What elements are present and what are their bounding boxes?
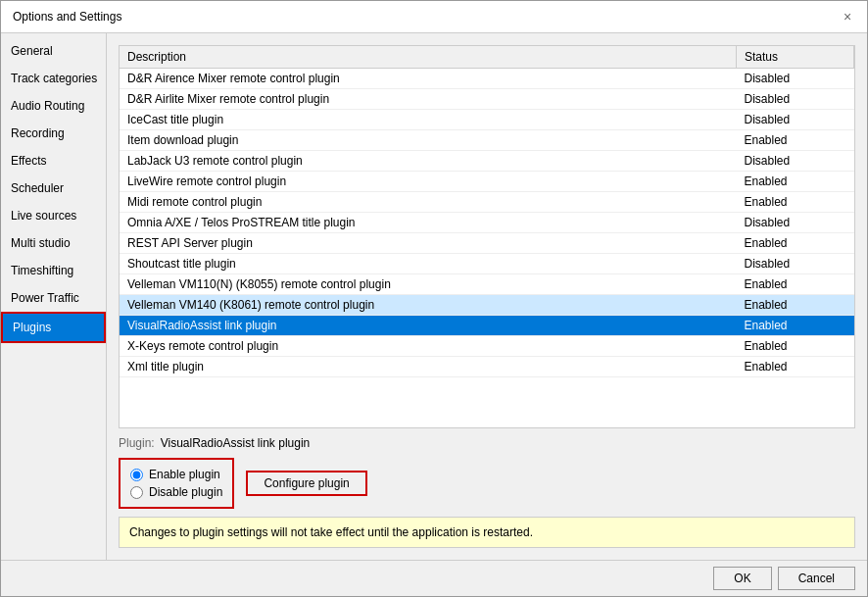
- plugins-table-area: Description Status D&R Airence Mixer rem…: [119, 45, 855, 428]
- radio-group: Enable plugin Disable plugin: [130, 468, 222, 499]
- plugin-description-cell: D&R Airence Mixer remote control plugin: [120, 69, 737, 89]
- enable-plugin-radio[interactable]: Enable plugin: [130, 468, 222, 481]
- plugin-description-cell: X-Keys remote control plugin: [120, 336, 737, 357]
- plugin-description-cell: IceCast title plugin: [120, 110, 737, 130]
- sidebar-item-effects[interactable]: Effects: [1, 147, 106, 174]
- sidebar-item-multi-studio[interactable]: Multi studio: [1, 229, 106, 257]
- enable-radio-input[interactable]: [130, 469, 143, 481]
- enable-radio-label: Enable plugin: [149, 468, 220, 481]
- table-row[interactable]: VisualRadioAssist link pluginEnabled: [120, 316, 854, 336]
- sidebar-item-timeshifting[interactable]: Timeshifting: [1, 257, 106, 284]
- plugin-description-cell: LiveWire remote control plugin: [120, 172, 737, 192]
- plugin-description-cell: Item download plugin: [120, 130, 737, 151]
- plugin-controls: Enable plugin Disable plugin: [119, 458, 234, 509]
- options-window: Options and Settings × General Track cat…: [0, 0, 868, 597]
- table-row[interactable]: Midi remote control pluginEnabled: [120, 192, 854, 213]
- warning-text: Changes to plugin settings will not take…: [129, 525, 533, 539]
- plugin-description-cell: Xml title plugin: [120, 357, 737, 377]
- plugin-status-cell: Disabled: [737, 69, 854, 89]
- sidebar-item-scheduler[interactable]: Scheduler: [1, 174, 106, 202]
- table-row[interactable]: Velleman VM140 (K8061) remote control pl…: [120, 295, 854, 316]
- main-panel: Description Status D&R Airence Mixer rem…: [107, 33, 867, 560]
- plugin-description-cell: LabJack U3 remote control plugin: [120, 151, 737, 172]
- main-content: General Track categories Audio Routing R…: [1, 33, 867, 560]
- plugin-name-value: VisualRadioAssist link plugin: [161, 436, 311, 450]
- sidebar-item-plugins[interactable]: Plugins: [1, 312, 106, 343]
- sidebar-item-track-categories[interactable]: Track categories: [1, 65, 106, 92]
- plugin-status-cell: Enabled: [737, 233, 854, 254]
- plugin-status-cell: Enabled: [737, 316, 854, 336]
- plugin-description-cell: Omnia A/XE / Telos ProSTREAM title plugi…: [120, 213, 737, 233]
- table-row[interactable]: Xml title pluginEnabled: [120, 357, 854, 377]
- plugin-description-cell: Velleman VM110(N) (K8055) remote control…: [120, 274, 737, 295]
- table-row[interactable]: D&R Airence Mixer remote control pluginD…: [120, 69, 854, 89]
- table-row[interactable]: REST API Server pluginEnabled: [120, 233, 854, 254]
- plugin-status-cell: Disabled: [737, 151, 854, 172]
- col-description: Description: [120, 46, 737, 69]
- plugin-status-cell: Enabled: [737, 172, 854, 192]
- disable-radio-input[interactable]: [130, 486, 143, 499]
- disable-plugin-radio[interactable]: Disable plugin: [130, 485, 222, 499]
- footer: OK Cancel: [1, 560, 867, 596]
- plugin-status-cell: Disabled: [737, 213, 854, 233]
- close-button[interactable]: ×: [840, 9, 855, 25]
- col-status: Status: [737, 46, 854, 69]
- plugin-status-cell: Enabled: [737, 336, 854, 357]
- plugin-status-cell: Enabled: [737, 357, 854, 377]
- sidebar: General Track categories Audio Routing R…: [1, 33, 107, 560]
- plugin-status-cell: Enabled: [737, 192, 854, 213]
- table-row[interactable]: Omnia A/XE / Telos ProSTREAM title plugi…: [120, 213, 854, 233]
- table-row[interactable]: Shoutcast title pluginDisabled: [120, 254, 854, 274]
- plugin-label: Plugin:: [119, 436, 155, 450]
- plugin-description-cell: REST API Server plugin: [120, 233, 737, 254]
- plugin-status-cell: Disabled: [737, 254, 854, 274]
- sidebar-item-live-sources[interactable]: Live sources: [1, 202, 106, 229]
- sidebar-item-general[interactable]: General: [1, 37, 106, 65]
- plugin-status-cell: Disabled: [737, 89, 854, 110]
- plugin-description-cell: Midi remote control plugin: [120, 192, 737, 213]
- window-title: Options and Settings: [13, 10, 121, 24]
- cancel-button[interactable]: Cancel: [778, 567, 855, 590]
- configure-plugin-button[interactable]: Configure plugin: [246, 471, 366, 496]
- ok-button[interactable]: OK: [713, 567, 771, 590]
- plugin-status-cell: Disabled: [737, 110, 854, 130]
- table-row[interactable]: X-Keys remote control pluginEnabled: [120, 336, 854, 357]
- plugin-status-cell: Enabled: [737, 130, 854, 151]
- plugin-description-cell: Shoutcast title plugin: [120, 254, 737, 274]
- table-row[interactable]: LabJack U3 remote control pluginDisabled: [120, 151, 854, 172]
- sidebar-item-power-traffic[interactable]: Power Traffic: [1, 284, 106, 312]
- table-row[interactable]: LiveWire remote control pluginEnabled: [120, 172, 854, 192]
- plugin-status-cell: Enabled: [737, 274, 854, 295]
- table-row[interactable]: IceCast title pluginDisabled: [120, 110, 854, 130]
- plugin-status-cell: Enabled: [737, 295, 854, 316]
- sidebar-item-audio-routing[interactable]: Audio Routing: [1, 92, 106, 120]
- title-bar: Options and Settings ×: [1, 1, 867, 33]
- table-row[interactable]: D&R Airlite Mixer remote control pluginD…: [120, 89, 854, 110]
- plugin-info-row: Plugin: VisualRadioAssist link plugin: [119, 436, 855, 450]
- table-row[interactable]: Item download pluginEnabled: [120, 130, 854, 151]
- warning-box: Changes to plugin settings will not take…: [119, 517, 855, 548]
- plugin-description-cell: D&R Airlite Mixer remote control plugin: [120, 89, 737, 110]
- sidebar-item-recording[interactable]: Recording: [1, 120, 106, 147]
- disable-radio-label: Disable plugin: [149, 485, 222, 499]
- plugin-description-cell: Velleman VM140 (K8061) remote control pl…: [120, 295, 737, 316]
- plugin-description-cell: VisualRadioAssist link plugin: [120, 316, 737, 336]
- table-row[interactable]: Velleman VM110(N) (K8055) remote control…: [120, 274, 854, 295]
- plugins-table: Description Status D&R Airence Mixer rem…: [120, 46, 854, 377]
